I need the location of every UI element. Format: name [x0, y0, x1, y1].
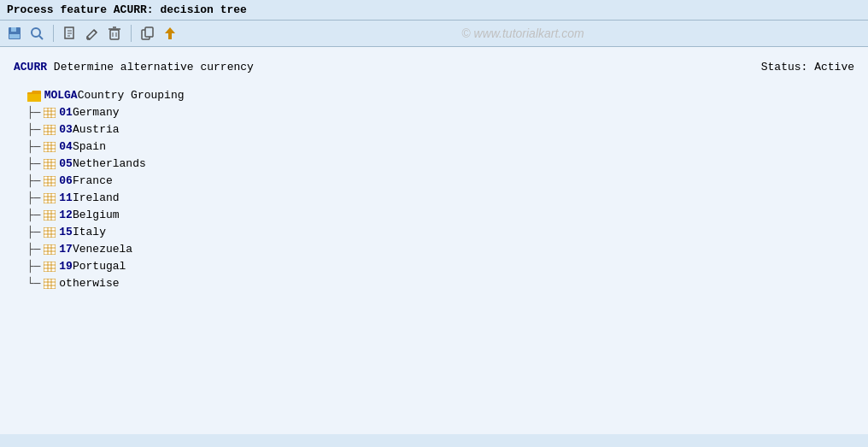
- node-code: 05: [59, 156, 73, 174]
- svg-rect-65: [44, 262, 56, 272]
- toolbar: © www.tutorialkart.com: [0, 21, 868, 47]
- grid-icon: [44, 159, 56, 169]
- branch-line: ├─: [14, 104, 40, 121]
- svg-rect-70: [44, 279, 56, 289]
- main-content: ACURR Determine alternative currency Sta…: [0, 47, 868, 434]
- svg-rect-12: [110, 30, 119, 39]
- svg-rect-60: [44, 244, 56, 255]
- svg-line-9: [94, 30, 97, 32]
- branch-line: └─: [14, 275, 40, 292]
- tree-node[interactable]: ├─ 05 Netherlands: [14, 156, 854, 173]
- node-code: 04: [59, 138, 73, 156]
- feature-info: ACURR Determine alternative currency: [14, 61, 254, 74]
- node-code: 11: [59, 190, 73, 208]
- grid-icon: [44, 262, 56, 272]
- node-label: otherwise: [59, 275, 119, 293]
- tree-children: ├─ 01 Germany ├─ 03 Austria ├─ 04 Spain …: [14, 104, 854, 292]
- delete-button[interactable]: [105, 24, 124, 43]
- node-code: 12: [59, 207, 73, 225]
- node-code: 03: [59, 121, 73, 139]
- new-button[interactable]: [61, 24, 79, 43]
- root-key: MOLGA: [44, 87, 78, 105]
- grid-icon: [44, 244, 56, 255]
- watermark: © www.tutorialkart.com: [183, 26, 863, 40]
- branch-line: ├─: [14, 207, 40, 224]
- grid-icon: [44, 210, 56, 221]
- branch-line: ├─: [14, 121, 40, 138]
- branch-line: ├─: [14, 173, 40, 190]
- toolbar-sep-1: [53, 25, 54, 42]
- node-label: France: [73, 173, 113, 191]
- node-label: Netherlands: [73, 156, 146, 174]
- branch-line: ├─: [14, 258, 40, 275]
- grid-icon: [44, 227, 56, 238]
- node-code: 01: [59, 104, 73, 122]
- edit-button[interactable]: [83, 24, 102, 43]
- tree-node[interactable]: ├─ 19 Portugal: [14, 258, 854, 275]
- grid-icon: [44, 125, 56, 135]
- svg-rect-25: [44, 125, 56, 135]
- branch-line: ├─: [14, 156, 40, 173]
- decision-tree: MOLGA Country Grouping ├─ 01 Germany ├─ …: [14, 87, 854, 292]
- branch-line: ├─: [14, 241, 40, 258]
- status-info: Status: Active: [761, 61, 854, 74]
- tree-node[interactable]: ├─ 01 Germany: [14, 104, 854, 121]
- up-button[interactable]: [161, 24, 179, 43]
- svg-rect-55: [44, 227, 56, 238]
- node-label: Ireland: [73, 190, 120, 208]
- svg-rect-20: [44, 108, 56, 118]
- tree-node[interactable]: └─ otherwise: [14, 275, 854, 292]
- copy-button[interactable]: [138, 24, 157, 43]
- save-button[interactable]: [5, 24, 24, 43]
- feature-desc: Determine alternative currency: [54, 61, 254, 74]
- svg-rect-18: [145, 27, 153, 37]
- node-label: Venezuela: [73, 241, 132, 259]
- svg-marker-19: [165, 27, 175, 39]
- toolbar-sep-2: [131, 25, 132, 42]
- status-label: Status:: [761, 61, 814, 74]
- svg-rect-40: [44, 176, 56, 186]
- root-connector: [14, 87, 27, 104]
- node-code: 06: [59, 173, 73, 191]
- grid-icon: [44, 193, 56, 203]
- branch-line: ├─: [14, 190, 40, 207]
- grid-icon: [44, 108, 56, 118]
- node-label: Italy: [73, 224, 106, 242]
- title-bar: Process feature ACURR: decision tree: [0, 0, 868, 21]
- svg-point-3: [32, 28, 40, 37]
- node-label: Portugal: [73, 258, 126, 276]
- node-code: 17: [59, 241, 73, 259]
- tree-node[interactable]: ├─ 06 France: [14, 173, 854, 190]
- node-code: 15: [59, 224, 73, 242]
- svg-rect-45: [44, 193, 56, 203]
- grid-icon: [44, 142, 56, 152]
- node-label: Belgium: [73, 207, 120, 225]
- svg-rect-30: [44, 142, 56, 152]
- tree-node[interactable]: ├─ 12 Belgium: [14, 207, 854, 224]
- tree-root-node[interactable]: MOLGA Country Grouping: [14, 87, 854, 104]
- svg-rect-2: [9, 34, 20, 38]
- tree-node[interactable]: ├─ 04 Spain: [14, 138, 854, 156]
- tree-node[interactable]: ├─ 11 Ireland: [14, 190, 854, 207]
- grid-icon: [44, 176, 56, 186]
- root-label-text: Country Grouping: [78, 87, 185, 105]
- node-label: Austria: [73, 121, 120, 139]
- svg-rect-35: [44, 159, 56, 169]
- find-button[interactable]: [27, 24, 46, 43]
- branch-line: ├─: [14, 224, 40, 241]
- branch-line: ├─: [14, 138, 40, 156]
- status-value: Active: [814, 61, 854, 74]
- folder-icon: [27, 91, 41, 102]
- svg-line-4: [39, 36, 43, 39]
- node-label: Germany: [73, 104, 120, 122]
- node-label: Spain: [73, 138, 106, 156]
- tree-node[interactable]: ├─ 03 Austria: [14, 121, 854, 138]
- tree-node[interactable]: ├─ 15 Italy: [14, 224, 854, 241]
- node-code: 19: [59, 258, 73, 276]
- grid-icon: [44, 279, 56, 289]
- tree-node[interactable]: ├─ 17 Venezuela: [14, 241, 854, 258]
- header-info: ACURR Determine alternative currency Sta…: [14, 61, 854, 74]
- feature-key: ACURR: [14, 61, 47, 74]
- svg-rect-50: [44, 210, 56, 221]
- window-title: Process feature ACURR: decision tree: [7, 3, 247, 16]
